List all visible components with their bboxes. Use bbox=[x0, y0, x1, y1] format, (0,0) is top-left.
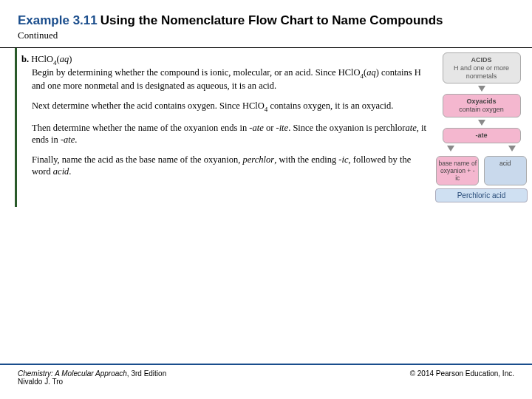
flowchart-box-acid: acid bbox=[484, 156, 527, 186]
content-area: b. HClO4(aq) Begin by determining whethe… bbox=[15, 48, 532, 207]
arrow-down-icon bbox=[447, 146, 454, 151]
slide-header: Example 3.11 Using the Nomenclature Flow… bbox=[0, 0, 532, 44]
footer-copyright: © 2014 Pearson Education, Inc. bbox=[410, 369, 514, 386]
paragraph-oxyacid: Next determine whether the acid contains… bbox=[21, 100, 429, 114]
footer-left: Chemistry: A Molecular Approach, 3rd Edi… bbox=[18, 369, 166, 386]
flowchart-result: Perchloric acid bbox=[435, 188, 528, 202]
flowchart-box-oxyacids: Oxyacids contain oxygen bbox=[443, 94, 521, 117]
slide-footer: Chemistry: A Molecular Approach, 3rd Edi… bbox=[0, 364, 532, 399]
paragraph-ending: Then determine whether the name of the o… bbox=[21, 123, 429, 146]
flowchart-column: ACIDS H and one or more nonmetals Oxyaci… bbox=[435, 48, 532, 207]
example-title: Using the Nomenclature Flow Chart to Nam… bbox=[100, 13, 443, 27]
flowchart-box-acids: ACIDS H and one or more nonmetals bbox=[443, 52, 521, 83]
paragraph-final-name: Finally, name the acid as the base name … bbox=[21, 154, 429, 177]
arrow-down-icon bbox=[508, 146, 516, 151]
flowchart-box-basename: base name of oxyanion + -ic bbox=[436, 156, 479, 186]
flowchart-split-row: base name of oxyanion + -ic acid bbox=[435, 156, 528, 186]
continued-label: Continued bbox=[18, 30, 514, 41]
arrow-down-icon bbox=[478, 86, 485, 92]
text-column: b. HClO4(aq) Begin by determining whethe… bbox=[17, 48, 435, 207]
flowchart-box-ate: -ate bbox=[443, 128, 521, 143]
arrow-down-icon bbox=[478, 120, 485, 126]
example-number: Example 3.11 bbox=[18, 13, 98, 27]
item-b-formula: b. HClO4(aq) Begin by determining whethe… bbox=[21, 54, 429, 92]
